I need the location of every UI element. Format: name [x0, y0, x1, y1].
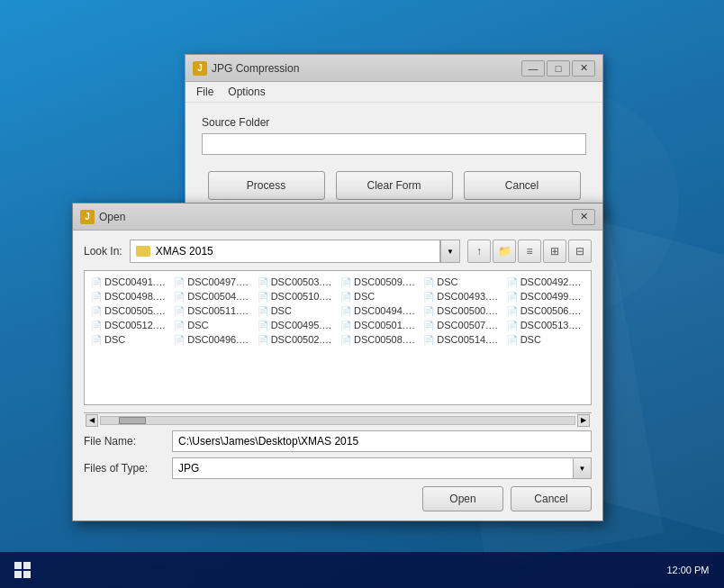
svg-rect-2 [14, 571, 22, 578]
list-item[interactable]: 📄DSC00506.JPG [504, 303, 587, 318]
list-item[interactable]: 📄DSC00505.JPG [88, 303, 171, 318]
open-cancel-button[interactable]: Cancel [511, 486, 592, 511]
open-content: Look In: XMAS 2015 ▼ ↑ 📁 ≡ ⊞ ⊟ [73, 231, 602, 520]
up-folder-button[interactable]: ↑ [467, 240, 491, 263]
list-view-button[interactable]: ≡ [518, 240, 541, 263]
file-icon: 📄 [340, 335, 351, 345]
scroll-thumb[interactable] [119, 417, 146, 424]
open-button[interactable]: Open [422, 486, 503, 511]
list-item[interactable]: 📄DSC [171, 318, 254, 332]
list-item[interactable]: 📄DSC00500.JPG [421, 303, 503, 318]
clear-form-button[interactable]: Clear Form [336, 171, 453, 200]
maximize-button[interactable]: □ [547, 60, 570, 77]
list-item[interactable]: 📄DSC00498.JPG [88, 289, 171, 303]
minimize-button[interactable]: — [521, 60, 545, 77]
list-item[interactable]: 📄DSC00503.JPG [255, 275, 338, 289]
file-icon: 📄 [91, 321, 102, 330]
open-dialog-titlebar: J Open ✕ [73, 204, 602, 231]
folder-icon [136, 246, 150, 257]
file-icon: 📄 [91, 292, 102, 302]
svg-rect-1 [23, 562, 31, 569]
scroll-right-button[interactable]: ▶ [577, 414, 590, 427]
list-item[interactable]: 📄DSC00497.JPG [171, 275, 254, 289]
list-item[interactable]: 📄DSC00511.JPG [171, 303, 254, 318]
file-icon: 📄 [340, 277, 351, 287]
list-item[interactable]: 📄DSC [421, 275, 503, 289]
list-item[interactable]: 📄DSC00492.JPG [504, 275, 587, 289]
process-button[interactable]: Process [208, 171, 325, 200]
list-item[interactable]: 📄DSC00508.JPG [338, 332, 421, 347]
look-in-label: Look In: [84, 245, 122, 258]
list-item[interactable]: 📄DSC00509.JPG [338, 275, 421, 289]
list-item[interactable]: 📄DSC00513.JPG [504, 318, 587, 332]
files-of-type-arrow[interactable]: ▼ [573, 458, 591, 478]
bottom-fields: File Name: Files of Type: JPG ▼ [84, 430, 592, 479]
look-in-dropdown[interactable]: XMAS 2015 [130, 240, 440, 263]
file-icon: 📄 [91, 306, 102, 316]
look-in-dropdown-arrow[interactable]: ▼ [440, 240, 460, 263]
files-of-type-select[interactable]: JPG ▼ [172, 457, 592, 479]
menu-options[interactable]: Options [221, 84, 272, 100]
start-button[interactable] [0, 552, 45, 588]
files-of-type-value: JPG [173, 462, 573, 475]
list-item[interactable]: 📄DSC00501.JPG [338, 318, 421, 332]
clock: 12:00 PM [666, 565, 709, 575]
list-item[interactable]: 📄DSC00491.JPG [88, 275, 171, 289]
file-icon: 📄 [174, 321, 185, 330]
scroll-left-button[interactable]: ◀ [86, 414, 98, 427]
file-icon: 📄 [340, 321, 351, 330]
look-in-control: XMAS 2015 ▼ [130, 240, 460, 263]
window-content: Source Folder Process Clear Form Cancel [186, 103, 602, 216]
desktop: J JPG Compression — □ ✕ File Options Sou… [0, 0, 724, 588]
open-close-button[interactable]: ✕ [572, 209, 595, 225]
details-view-button[interactable]: ⊞ [543, 240, 566, 263]
list-item[interactable]: 📄DSC00493.JPG [421, 289, 503, 303]
menu-file[interactable]: File [189, 84, 221, 100]
file-icon: 📄 [423, 306, 434, 316]
list-item[interactable]: 📄DSC00512.JPG [88, 318, 171, 332]
file-icon: 📄 [507, 335, 518, 345]
file-icon: 📄 [340, 306, 351, 316]
list-item[interactable]: 📄DSC00494.JPG [338, 303, 421, 318]
list-item[interactable]: 📄DSC00499.JPG [504, 289, 587, 303]
open-titlebar-controls: ✕ [572, 209, 595, 225]
source-folder-label: Source Folder [202, 116, 586, 129]
list-item[interactable]: 📄DSC00502.JPG [255, 332, 338, 347]
close-button[interactable]: ✕ [572, 60, 595, 77]
list-item[interactable]: 📄DSC00495.JPG [255, 318, 338, 332]
file-browser: 📄DSC00491.JPG 📄DSC00497.JPG 📄DSC00503.JP… [84, 270, 592, 405]
horizontal-scrollbar[interactable]: ◀ ▶ [84, 412, 592, 427]
app-icon: J [193, 61, 207, 76]
file-icon: 📄 [507, 306, 518, 316]
file-icon: 📄 [258, 306, 268, 316]
file-name-input[interactable] [172, 430, 592, 452]
jpg-window-title: JPG Compression [212, 62, 299, 75]
list-item[interactable]: 📄DSC [338, 289, 421, 303]
open-dialog-title: Open [99, 211, 125, 223]
list-item[interactable]: 📄DSC [88, 332, 171, 347]
file-name-label: File Name: [84, 435, 165, 448]
file-icon: 📄 [91, 335, 102, 345]
file-grid: 📄DSC00491.JPG 📄DSC00497.JPG 📄DSC00503.JP… [85, 271, 591, 350]
scroll-track[interactable] [100, 416, 575, 425]
svg-rect-3 [23, 571, 31, 578]
windows-icon [14, 562, 31, 578]
source-folder-input[interactable] [202, 133, 586, 155]
list-item[interactable]: 📄DSC00496.JPG [171, 332, 254, 347]
list-item[interactable]: 📄DSC00514.JPG [421, 332, 503, 347]
titlebar-left: J JPG Compression [193, 61, 299, 76]
list-item[interactable]: 📄DSC00507.JPG [421, 318, 503, 332]
file-icon: 📄 [258, 277, 268, 287]
file-name-row: File Name: [84, 430, 592, 452]
list-item[interactable]: 📄DSC00504.JPG [171, 289, 254, 303]
list-item[interactable]: 📄DSC [255, 303, 338, 318]
list-item[interactable]: 📄DSC00510.JPG [255, 289, 338, 303]
file-icon: 📄 [423, 321, 434, 330]
file-icon: 📄 [507, 321, 518, 330]
list-item[interactable]: 📄DSC [504, 332, 587, 347]
cancel-button[interactable]: Cancel [464, 171, 581, 200]
open-titlebar-left: J Open [80, 210, 125, 224]
create-folder-button[interactable]: 📁 [493, 240, 516, 263]
thumbnail-view-button[interactable]: ⊟ [568, 240, 592, 263]
file-icon: 📄 [258, 335, 268, 345]
